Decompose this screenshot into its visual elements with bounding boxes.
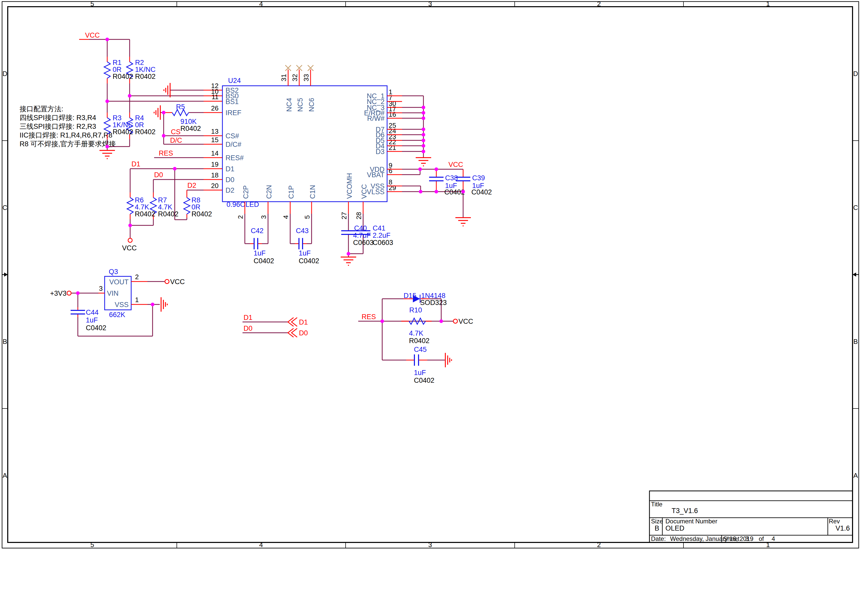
pin-name-BS1: BS1 [225, 98, 239, 105]
pin-num-27: 27 [340, 212, 348, 220]
power-port-vcc-pullups [128, 238, 132, 242]
pin-num-2: 2 [237, 215, 244, 219]
capacitor-C43-symbol [299, 238, 302, 249]
zone-top-1: 1 [766, 0, 770, 8]
pin-name-NC6: NC6 [308, 98, 315, 112]
border-zone-ticks [2, 2, 859, 548]
sheet-label: Sheet [723, 535, 739, 542]
ref-R7: R7 [158, 196, 167, 204]
zone-bottom-3: 3 [428, 541, 432, 549]
pin-num-14: 14 [211, 149, 219, 157]
border-inner [8, 7, 852, 542]
net-label-d0-wire: D0 [243, 325, 253, 332]
pin-num-32: 32 [291, 74, 299, 81]
ref-D15: D15 [404, 292, 417, 300]
zone-bottom-2: 2 [597, 541, 601, 549]
ref-C42: C42 [251, 227, 264, 235]
note-line-5: R8 可不焊接,官方手册要求焊接 [20, 140, 116, 148]
ref-C43: C43 [296, 227, 309, 235]
net-label-cs: CS [171, 128, 181, 136]
value-C40: 4.7uF [353, 232, 371, 239]
pin-num-4: 4 [282, 215, 290, 219]
ref-C39: C39 [472, 174, 485, 182]
gnd-symbol-iref [154, 105, 160, 120]
pin-name-C2N: C2N [265, 185, 273, 199]
data-pullup-network: D1 D0 D2 R6 4.7K R0402 R7 4.7K R0402 R8 … [122, 160, 222, 252]
value-C41: 2.2uF [373, 232, 391, 239]
pin-num-26: 26 [211, 104, 219, 112]
gnd-symbol-bs2 [164, 83, 170, 98]
zone-top-5: 5 [90, 0, 94, 8]
ref-R8: R8 [192, 196, 200, 204]
pin-name-VLSS: VLSS [367, 188, 384, 196]
capacitor-C45-symbol [414, 354, 418, 366]
pin-name-VCC-pin: VCC [360, 184, 368, 199]
ref-R2: R2 [135, 59, 144, 67]
pin-num-29: 29 [389, 184, 396, 192]
ref-C45: C45 [414, 346, 427, 353]
row-right-D: D [853, 70, 858, 77]
ic-u24-display-note: 0.96OLED [226, 201, 259, 208]
value-C45: 1uF [414, 369, 426, 376]
offpage-chevron-icons [288, 317, 297, 337]
footprint-R8: R0402 [192, 210, 212, 218]
pin-num-19: 19 [211, 161, 219, 168]
net-label-d1-left: D1 [132, 160, 141, 168]
footprint-C42: C0402 [254, 257, 274, 265]
net-label-res-right: RES [361, 313, 376, 320]
power-port-3v3 [67, 291, 71, 295]
value-C44: 1uF [86, 316, 98, 324]
pin-num-5: 5 [303, 215, 311, 219]
note-line-1: 接口配置方法: [20, 105, 64, 113]
port-label-vcc-pullups: VCC [122, 244, 136, 252]
ref-R10: R10 [409, 306, 422, 314]
port-label-vcc-reset: VCC [459, 317, 473, 325]
pin-name-NC4: NC4 [285, 98, 293, 112]
schematic-canvas: 5 4 3 2 1 5 4 3 2 1 D C B A D C B A Titl… [0, 0, 868, 613]
net-label-dc: D/C [170, 136, 182, 144]
rev-label: Rev [829, 518, 840, 525]
pin-name-CS: CS# [225, 132, 239, 140]
pin-name-D0: D0 [225, 176, 234, 184]
docnum-label: Document Number [665, 518, 717, 525]
pin-name-VBAT: VBAT [367, 171, 384, 179]
pin-num-21: 21 [389, 144, 396, 152]
footprint-D15: SOD323 [420, 299, 447, 306]
stubs-pump [245, 202, 363, 244]
border-outer [2, 2, 859, 548]
ref-R6: R6 [135, 196, 144, 204]
pin-num-20: 20 [211, 182, 219, 190]
pin-name-IREF: IREF [225, 109, 242, 117]
pin-num-31: 31 [280, 74, 288, 81]
docnum-value: OLED [665, 525, 685, 532]
junction-dots [76, 38, 465, 323]
sheet-of-label: of [759, 535, 764, 542]
q3-pin-vin: VIN [107, 289, 119, 297]
size-label: Size [651, 518, 663, 525]
title-block-outline [649, 491, 852, 542]
footprint-C39: C0402 [471, 188, 492, 196]
stubs-bs-network [79, 39, 222, 139]
gnd-symbol-c45 [445, 353, 451, 367]
resistor-R8-symbol [184, 198, 190, 214]
net-label-d1-wire: D1 [243, 314, 253, 322]
value-R7: 4.7K [158, 203, 172, 211]
ref-C44: C44 [86, 308, 99, 316]
footprint-C41: C0603 [373, 239, 393, 246]
capacitor-C44-symbol [71, 310, 85, 314]
bs-config-network: VCC R1 0R R0402 R2 1K/NC R0402 R3 1K/NC … [79, 31, 222, 159]
ref-C38: C38 [445, 174, 458, 182]
ic-u24: U24 0.96OLED 31 32 33 NC4 NC5 NC6 BS2 BS… [211, 65, 396, 220]
pin-name-C2P: C2P [242, 185, 250, 199]
value-R6: 4.7K [135, 203, 149, 211]
offpage-label-d0: D0 [299, 329, 308, 337]
note-line-3: 三线SPI接口焊接: R2,R3 [20, 122, 96, 130]
row-left-A: A [3, 472, 7, 479]
pin-num-3: 3 [260, 215, 268, 219]
pin-num-33: 33 [302, 74, 310, 81]
wires-right-nc-bus [402, 96, 423, 158]
pin-name-RES: RES# [225, 154, 244, 162]
ref-R4: R4 [135, 114, 144, 122]
note-line-2: 四线SPI接口焊接: R3,R4 [20, 114, 96, 122]
row-right-B: B [853, 337, 858, 345]
